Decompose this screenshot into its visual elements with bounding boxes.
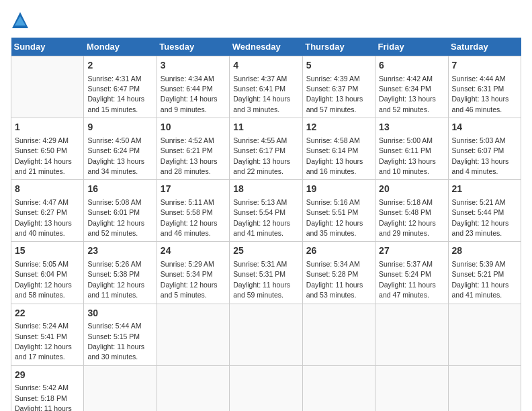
col-header-friday: Friday: [375, 38, 448, 56]
calendar-cell: [84, 365, 157, 411]
calendar-cell: [302, 365, 375, 411]
day-info: Sunrise: 5:16 AMSunset: 5:51 PMDaylight:…: [306, 198, 363, 237]
day-info: Sunrise: 5:29 AMSunset: 5:34 PMDaylight:…: [161, 260, 218, 299]
day-number: 11: [233, 121, 298, 134]
calendar-cell: [11, 56, 84, 118]
day-info: Sunrise: 4:42 AMSunset: 6:34 PMDaylight:…: [379, 75, 436, 113]
day-info: Sunrise: 4:52 AMSunset: 6:21 PMDaylight:…: [161, 136, 218, 175]
week-row-5: 22 Sunrise: 5:24 AMSunset: 5:41 PMDaylig…: [11, 304, 521, 365]
col-header-wednesday: Wednesday: [230, 38, 302, 56]
day-info: Sunrise: 5:05 AMSunset: 6:04 PMDaylight:…: [15, 260, 72, 299]
calendar-cell: 29 Sunrise: 5:42 AMSunset: 5:18 PMDaylig…: [11, 365, 84, 411]
day-info: Sunrise: 5:42 AMSunset: 5:18 PMDaylight:…: [15, 383, 72, 411]
calendar-cell: 7 Sunrise: 4:44 AMSunset: 6:31 PMDayligh…: [448, 56, 521, 118]
calendar-cell: 27 Sunrise: 5:37 AMSunset: 5:24 PMDaylig…: [375, 242, 448, 304]
day-info: Sunrise: 4:58 AMSunset: 6:14 PMDaylight:…: [306, 136, 363, 175]
calendar-cell: 23 Sunrise: 5:26 AMSunset: 5:38 PMDaylig…: [84, 242, 157, 304]
day-number: 14: [452, 121, 517, 134]
calendar-cell: 28 Sunrise: 5:39 AMSunset: 5:21 PMDaylig…: [448, 242, 521, 304]
day-number: 5: [306, 59, 371, 73]
day-number: 1: [15, 121, 80, 134]
day-info: Sunrise: 5:24 AMSunset: 5:41 PMDaylight:…: [15, 322, 72, 361]
day-number: 20: [379, 183, 444, 196]
calendar-cell: 10 Sunrise: 4:52 AMSunset: 6:21 PMDaylig…: [157, 118, 229, 180]
day-info: Sunrise: 4:31 AMSunset: 6:47 PMDaylight:…: [87, 75, 144, 113]
day-number: 28: [452, 244, 517, 258]
page-header: [11, 11, 521, 30]
day-number: 29: [15, 369, 80, 382]
col-header-tuesday: Tuesday: [157, 38, 229, 56]
day-number: 18: [233, 183, 298, 196]
col-header-thursday: Thursday: [302, 38, 375, 56]
calendar-cell: 6 Sunrise: 4:42 AMSunset: 6:34 PMDayligh…: [375, 56, 448, 118]
calendar-cell: [448, 365, 521, 411]
logo-icon: [11, 11, 30, 30]
day-info: Sunrise: 5:34 AMSunset: 5:28 PMDaylight:…: [306, 260, 363, 299]
day-info: Sunrise: 5:13 AMSunset: 5:54 PMDaylight:…: [233, 198, 290, 237]
calendar-cell: 13 Sunrise: 5:00 AMSunset: 6:11 PMDaylig…: [375, 118, 448, 180]
day-number: 4: [233, 59, 298, 73]
day-number: 13: [379, 121, 444, 134]
calendar-cell: 15 Sunrise: 5:05 AMSunset: 6:04 PMDaylig…: [11, 242, 84, 304]
day-info: Sunrise: 4:37 AMSunset: 6:41 PMDaylight:…: [233, 75, 290, 113]
day-info: Sunrise: 5:37 AMSunset: 5:24 PMDaylight:…: [379, 260, 436, 299]
day-number: 16: [87, 183, 152, 196]
calendar-cell: [230, 365, 302, 411]
day-number: 27: [379, 244, 444, 258]
day-number: 21: [452, 183, 517, 196]
day-number: 23: [87, 244, 152, 258]
calendar-cell: 12 Sunrise: 4:58 AMSunset: 6:14 PMDaylig…: [302, 118, 375, 180]
calendar-cell: 20 Sunrise: 5:18 AMSunset: 5:48 PMDaylig…: [375, 180, 448, 242]
day-number: 12: [306, 121, 371, 134]
calendar-cell: 26 Sunrise: 5:34 AMSunset: 5:28 PMDaylig…: [302, 242, 375, 304]
day-number: 2: [87, 59, 152, 73]
calendar-cell: 1 Sunrise: 4:29 AMSunset: 6:50 PMDayligh…: [11, 118, 84, 180]
week-row-4: 15 Sunrise: 5:05 AMSunset: 6:04 PMDaylig…: [11, 242, 521, 304]
day-number: 22: [15, 307, 80, 320]
day-info: Sunrise: 5:03 AMSunset: 6:07 PMDaylight:…: [452, 136, 509, 175]
calendar-cell: 2 Sunrise: 4:31 AMSunset: 6:47 PMDayligh…: [84, 56, 157, 118]
week-row-6: 29 Sunrise: 5:42 AMSunset: 5:18 PMDaylig…: [11, 365, 521, 411]
calendar-cell: 22 Sunrise: 5:24 AMSunset: 5:41 PMDaylig…: [11, 304, 84, 365]
calendar-cell: 4 Sunrise: 4:37 AMSunset: 6:41 PMDayligh…: [230, 56, 302, 118]
week-row-2: 1 Sunrise: 4:29 AMSunset: 6:50 PMDayligh…: [11, 118, 521, 180]
week-row-1: 2 Sunrise: 4:31 AMSunset: 6:47 PMDayligh…: [11, 56, 521, 118]
day-info: Sunrise: 4:55 AMSunset: 6:17 PMDaylight:…: [233, 136, 290, 175]
day-number: 9: [87, 121, 152, 134]
day-info: Sunrise: 4:39 AMSunset: 6:37 PMDaylight:…: [306, 75, 363, 113]
day-info: Sunrise: 5:00 AMSunset: 6:11 PMDaylight:…: [379, 136, 436, 175]
day-info: Sunrise: 5:39 AMSunset: 5:21 PMDaylight:…: [452, 260, 509, 299]
calendar-cell: [448, 304, 521, 365]
calendar-cell: 25 Sunrise: 5:31 AMSunset: 5:31 PMDaylig…: [230, 242, 302, 304]
calendar-cell: [375, 365, 448, 411]
day-info: Sunrise: 4:47 AMSunset: 6:27 PMDaylight:…: [15, 198, 72, 237]
calendar-cell: 9 Sunrise: 4:50 AMSunset: 6:24 PMDayligh…: [84, 118, 157, 180]
day-number: 17: [161, 183, 226, 196]
calendar-cell: 14 Sunrise: 5:03 AMSunset: 6:07 PMDaylig…: [448, 118, 521, 180]
week-row-3: 8 Sunrise: 4:47 AMSunset: 6:27 PMDayligh…: [11, 180, 521, 242]
calendar-cell: 16 Sunrise: 5:08 AMSunset: 6:01 PMDaylig…: [84, 180, 157, 242]
day-info: Sunrise: 4:44 AMSunset: 6:31 PMDaylight:…: [452, 75, 509, 113]
calendar-cell: [375, 304, 448, 365]
calendar-cell: 17 Sunrise: 5:11 AMSunset: 5:58 PMDaylig…: [157, 180, 229, 242]
day-info: Sunrise: 5:08 AMSunset: 6:01 PMDaylight:…: [87, 198, 144, 237]
day-info: Sunrise: 5:31 AMSunset: 5:31 PMDaylight:…: [233, 260, 290, 299]
calendar-cell: [157, 304, 229, 365]
calendar-cell: 18 Sunrise: 5:13 AMSunset: 5:54 PMDaylig…: [230, 180, 302, 242]
day-number: 30: [87, 307, 152, 320]
day-number: 26: [306, 244, 371, 258]
day-number: 24: [161, 244, 226, 258]
col-header-saturday: Saturday: [448, 38, 521, 56]
day-info: Sunrise: 5:21 AMSunset: 5:44 PMDaylight:…: [452, 198, 509, 237]
calendar-cell: [230, 304, 302, 365]
day-number: 25: [233, 244, 298, 258]
calendar-header-row: SundayMondayTuesdayWednesdayThursdayFrid…: [11, 38, 521, 56]
calendar-cell: 24 Sunrise: 5:29 AMSunset: 5:34 PMDaylig…: [157, 242, 229, 304]
day-number: 6: [379, 59, 444, 73]
day-number: 3: [161, 59, 226, 73]
day-info: Sunrise: 4:29 AMSunset: 6:50 PMDaylight:…: [15, 136, 72, 175]
day-info: Sunrise: 5:11 AMSunset: 5:58 PMDaylight:…: [161, 198, 218, 237]
calendar-cell: 19 Sunrise: 5:16 AMSunset: 5:51 PMDaylig…: [302, 180, 375, 242]
day-info: Sunrise: 5:26 AMSunset: 5:38 PMDaylight:…: [87, 260, 144, 299]
day-info: Sunrise: 4:50 AMSunset: 6:24 PMDaylight:…: [87, 136, 144, 175]
